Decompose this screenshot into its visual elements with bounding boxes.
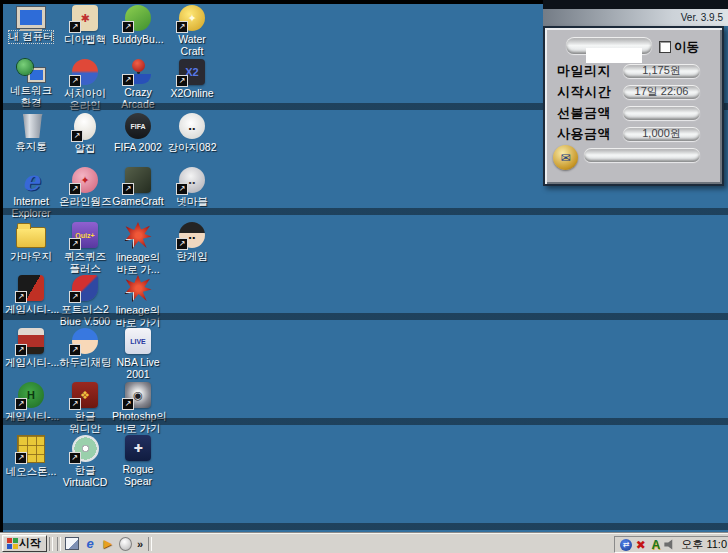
desktop-icon-label: BuddyBu... <box>112 34 163 46</box>
network-neighborhood-icon <box>28 68 45 82</box>
internet-explorer-icon <box>18 167 44 193</box>
antivirus-x-icon[interactable] <box>634 538 647 551</box>
desktop-icon-x2online[interactable]: X2Online <box>166 58 218 100</box>
desktop-icon-fifa-2002[interactable]: FIFA 2002 <box>112 112 164 154</box>
shortcut-arrow-icon <box>15 344 27 356</box>
alzip-icon <box>74 113 96 140</box>
lineage-shortcut-2-icon <box>125 275 152 302</box>
billing-fields: 마일리지1,175원시작시간17일 22:06선불금액사용금액1,000원 <box>557 60 710 144</box>
gamecraft-icon <box>125 167 151 193</box>
messenger-egg-icon[interactable] <box>119 537 132 551</box>
billing-field-label: 마일리지 <box>557 62 615 80</box>
shortcut-arrow-icon <box>69 75 81 87</box>
desktop-icon-rogue-spear[interactable]: Rogue Spear <box>112 434 164 488</box>
desktop-icon-buddybuddy[interactable]: BuddyBu... <box>112 4 164 46</box>
shortcut-arrow-icon <box>176 21 188 33</box>
desktop-icon-online-worms[interactable]: 온라인웜즈 <box>59 166 111 208</box>
desktop-icon-label: 한게임 <box>176 251 208 263</box>
desktop-icon-label: lineage의 바로 가... <box>112 252 164 276</box>
desktop-icon-haduri-chat[interactable]: 하두리채팅 <box>59 327 111 369</box>
shortcut-arrow-icon <box>69 21 81 33</box>
taskbar-drag-handle[interactable] <box>57 537 61 551</box>
taskbar-divider <box>49 537 53 551</box>
desktop-icon-network-neighborhood[interactable]: 네트워크 환경 <box>5 58 57 109</box>
desktop-icon-gamecity-2[interactable]: 게임시티-... <box>5 327 57 369</box>
desktop-icon-neostone[interactable]: 네오스톤... <box>5 434 57 478</box>
desktop-icon-gamecity-3[interactable]: 게임시티-... <box>5 381 57 423</box>
windows-logo-icon <box>7 538 12 543</box>
neostone-icon <box>17 435 45 463</box>
desktop-icon-label: Rogue Spear <box>112 464 164 488</box>
desktop-icon-hangul-wordian[interactable]: 한글 워디안 <box>59 381 111 435</box>
haduri-chat-icon <box>72 328 98 354</box>
start-button[interactable]: 시작 <box>2 535 47 552</box>
quicklaunch-overflow-chevron[interactable]: » <box>137 538 143 550</box>
shortcut-arrow-icon <box>122 239 134 251</box>
desktop-icon-gamecity-1[interactable]: 게임시티-... <box>5 274 57 316</box>
shortcut-arrow-icon <box>122 21 134 33</box>
billing-row: 선불금액 <box>557 102 710 123</box>
system-tray: 오후 11:0 <box>614 536 728 553</box>
desktop-icon-label: 하두리채팅 <box>59 357 111 369</box>
desktop-icon-puppy-082[interactable]: 강아지082 <box>166 112 218 154</box>
billing-row: 시작시간17일 22:06 <box>557 81 710 102</box>
desktop-icon-water-craft[interactable]: Water Craft <box>166 4 218 58</box>
desktop-icon-crazy-arcade[interactable]: Crazy Arcade <box>112 58 164 111</box>
billing-field-value: 1,175원 <box>623 64 700 78</box>
sync-icon[interactable] <box>620 539 632 551</box>
desktop-icon-gamauji-folder[interactable]: 가마우지 <box>5 221 57 263</box>
desktop-icon-label: lineage의 바로 가기 <box>112 305 164 329</box>
billing-row: 마일리지1,175원 <box>557 60 710 81</box>
bottom-blank-field[interactable] <box>584 148 700 162</box>
desktop-icon-hangul-virtualcd[interactable]: 한글 VirtualCD <box>59 434 111 489</box>
billing-field-label: 시작시간 <box>557 83 615 101</box>
photoshop-shortcut-icon <box>125 382 151 408</box>
taskbar-clock[interactable]: 오후 11:0 <box>681 537 727 552</box>
shortcut-arrow-icon <box>69 344 81 356</box>
v3-a-icon[interactable] <box>649 538 662 551</box>
move-checkbox[interactable] <box>659 41 671 53</box>
shortcut-arrow-icon <box>69 452 81 464</box>
shortcut-arrow-icon <box>69 183 81 195</box>
buddybuddy-icon <box>125 5 151 31</box>
desktop-icon-my-computer[interactable]: 내 컴퓨터 <box>5 4 57 43</box>
message-icon[interactable] <box>553 145 578 170</box>
my-computer-icon <box>17 7 45 28</box>
desktop-icon-searchi-online[interactable]: 서치아이 온라인 <box>59 58 111 112</box>
show-desktop-icon[interactable] <box>65 537 79 550</box>
tray-icons <box>619 538 676 551</box>
desktop-icon-lineage-shortcut-1[interactable]: lineage의 바로 가... <box>112 221 164 276</box>
desktop-icon-lineage-shortcut-2[interactable]: lineage의 바로 가기 <box>112 274 164 329</box>
online-worms-icon <box>72 167 98 193</box>
desktop-icon-quizquiz-plus[interactable]: 퀴즈퀴즈 플러스 <box>59 221 111 275</box>
desktop-icon-nba-live-2001[interactable]: NBA Live 2001 <box>112 327 164 381</box>
desktop-icon-photoshop-shortcut[interactable]: Photoshp의 바로 가기 <box>112 381 164 435</box>
desktop-icon-recycle-bin[interactable]: 휴지통 <box>5 112 57 153</box>
desktop-icon-alzip[interactable]: 알집 <box>59 112 111 155</box>
taskbar: 시작 » 오후 11:0 <box>0 533 728 553</box>
desktop-icon-dia-maphack[interactable]: 디아맵핵 <box>59 4 111 46</box>
shortcut-arrow-icon <box>71 130 83 142</box>
recycle-bin-icon <box>23 113 43 138</box>
gamecity-1-icon <box>18 275 44 301</box>
gamecity-3-icon <box>18 382 44 408</box>
desktop-icon-gamecraft[interactable]: GameCraft <box>112 166 164 208</box>
media-player-icon[interactable] <box>101 537 115 551</box>
shortcut-arrow-icon <box>69 291 81 303</box>
desktop-icon-label: 온라인웜즈 <box>59 196 111 208</box>
move-checkbox-label: 이동 <box>674 39 699 56</box>
desktop-icon-netmarble[interactable]: 넷마블 <box>166 166 218 208</box>
desktop-icon-internet-explorer[interactable]: Internet Explorer <box>5 166 57 220</box>
redaction-box <box>586 48 642 63</box>
volume-icon[interactable] <box>664 539 675 550</box>
desktop-icon-label: Photoshp의 바로 가기 <box>112 411 164 435</box>
desktop-icon-fortress2-blue[interactable]: 포트리스2 Blue V.500 <box>59 274 111 328</box>
desktop-icon-label: 한글 워디안 <box>59 411 111 435</box>
billing-field-label: 사용금액 <box>557 125 615 143</box>
internet-explorer-icon[interactable] <box>83 537 97 551</box>
desktop-icon-hangame[interactable]: 한게임 <box>166 221 218 263</box>
quick-launch-bar <box>63 537 134 551</box>
shortcut-arrow-icon <box>176 75 188 87</box>
crazy-arcade-icon <box>125 59 151 84</box>
billing-field-value: 17일 22:06 <box>623 85 700 99</box>
